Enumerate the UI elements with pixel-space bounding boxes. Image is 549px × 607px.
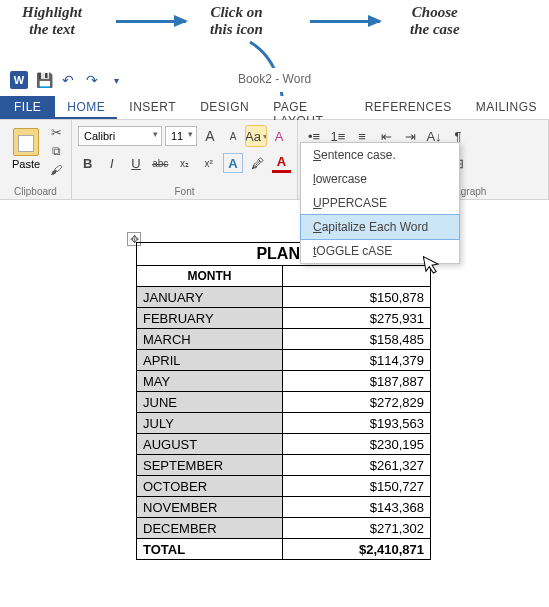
table-row: FEBRUARY$275,931	[137, 308, 431, 329]
table-row: NOVEMBER$143,368	[137, 497, 431, 518]
case-capitalize-each-word[interactable]: Capitalize Each Word	[301, 215, 459, 239]
ribbon: Paste ✂ ⧉ 🖌 Clipboard Calibri 11 A A Aa …	[0, 120, 549, 200]
word-app-icon: W	[10, 71, 28, 89]
save-button[interactable]: 💾	[36, 72, 52, 88]
cell-value[interactable]: $261,327	[283, 455, 431, 476]
cell-value[interactable]: $150,878	[283, 287, 431, 308]
redo-button[interactable]: ↷	[84, 72, 100, 88]
cell-month[interactable]: MAY	[137, 371, 283, 392]
group-label-clipboard: Clipboard	[0, 186, 71, 197]
cell-month[interactable]: SEPTEMBER	[137, 455, 283, 476]
cut-button[interactable]: ✂	[47, 124, 65, 140]
annot-click: Click on this icon	[210, 4, 263, 37]
paste-icon	[13, 128, 39, 156]
tab-insert[interactable]: INSERT	[117, 96, 188, 119]
cell-month[interactable]: FEBRUARY	[137, 308, 283, 329]
document-canvas[interactable]: ✥ PLANE MONTH JANUARY$150,878FEBRUARY$27…	[0, 210, 549, 607]
cell-value[interactable]: $114,379	[283, 350, 431, 371]
underline-button[interactable]: U	[126, 153, 145, 173]
font-size-combo[interactable]: 11	[165, 126, 197, 146]
ribbon-tabs: FILE HOME INSERT DESIGN PAGE LAYOUT REFE…	[0, 96, 549, 120]
paste-button[interactable]: Paste	[6, 124, 46, 170]
table-row: MARCH$158,485	[137, 329, 431, 350]
data-table[interactable]: PLANE MONTH JANUARY$150,878FEBRUARY$275,…	[136, 242, 431, 560]
case-lowercase[interactable]: lowercase	[301, 167, 459, 191]
cell-value[interactable]: $150,727	[283, 476, 431, 497]
case-sentence[interactable]: Sentence case.	[301, 143, 459, 167]
tab-file[interactable]: FILE	[0, 96, 55, 119]
change-case-menu: Sentence case. lowercase UPPERCASE Capit…	[300, 142, 460, 264]
cell-month[interactable]: JULY	[137, 413, 283, 434]
cell-month[interactable]: OCTOBER	[137, 476, 283, 497]
table-row: AUGUST$230,195	[137, 434, 431, 455]
change-case-button[interactable]: Aa	[246, 126, 266, 146]
table-row: JULY$193,563	[137, 413, 431, 434]
table-row: SEPTEMBER$261,327	[137, 455, 431, 476]
arrow1-icon	[116, 20, 186, 23]
cell-month[interactable]: NOVEMBER	[137, 497, 283, 518]
cell-month[interactable]: AUGUST	[137, 434, 283, 455]
cell-value[interactable]: $271,302	[283, 518, 431, 539]
tab-mailings[interactable]: MAILINGS	[464, 96, 549, 119]
cell-value[interactable]: $143,368	[283, 497, 431, 518]
subscript-button[interactable]: x₂	[175, 153, 194, 173]
table-row: JANUARY$150,878	[137, 287, 431, 308]
italic-button[interactable]: I	[102, 153, 121, 173]
shrink-font-button[interactable]: A	[223, 126, 243, 146]
cell-value[interactable]: $187,887	[283, 371, 431, 392]
document-title: Book2 - Word	[238, 72, 311, 86]
group-label-font: Font	[72, 186, 297, 197]
annot-highlight: Highlight the text	[22, 4, 82, 37]
tab-references[interactable]: REFERENCES	[353, 96, 464, 119]
annot-choose: Choose the case	[410, 4, 460, 37]
cell-month[interactable]: MARCH	[137, 329, 283, 350]
group-clipboard: Paste ✂ ⧉ 🖌 Clipboard	[0, 120, 72, 199]
strikethrough-button[interactable]: abc	[151, 153, 170, 173]
case-uppercase[interactable]: UPPERCASE	[301, 191, 459, 215]
tab-page-layout[interactable]: PAGE LAYOUT	[261, 96, 352, 119]
undo-button[interactable]: ↶	[60, 72, 76, 88]
font-name-combo[interactable]: Calibri	[78, 126, 162, 146]
cell-month[interactable]: DECEMBER	[137, 518, 283, 539]
grow-font-button[interactable]: A	[200, 126, 220, 146]
format-painter-button[interactable]: 🖌	[47, 162, 65, 178]
cell-value[interactable]: $158,485	[283, 329, 431, 350]
total-value: $2,410,871	[283, 539, 431, 560]
bold-button[interactable]: B	[78, 153, 97, 173]
cell-value[interactable]: $275,931	[283, 308, 431, 329]
table-row: APRIL$114,379	[137, 350, 431, 371]
clear-formatting-button[interactable]: A	[269, 126, 289, 146]
cell-month[interactable]: JANUARY	[137, 287, 283, 308]
cell-value[interactable]: $193,563	[283, 413, 431, 434]
copy-button[interactable]: ⧉	[47, 143, 65, 159]
table-row: OCTOBER$150,727	[137, 476, 431, 497]
cell-value[interactable]: $230,195	[283, 434, 431, 455]
table-row: DECEMBER$271,302	[137, 518, 431, 539]
table-row: JUNE$272,829	[137, 392, 431, 413]
font-color-button[interactable]: A	[272, 153, 291, 173]
table-row: MAY$187,887	[137, 371, 431, 392]
col-header-month: MONTH	[137, 266, 283, 287]
qat-customize-button[interactable]: ▾	[108, 72, 124, 88]
col-header-value	[283, 266, 431, 287]
cell-month[interactable]: APRIL	[137, 350, 283, 371]
highlight-button[interactable]: 🖉	[248, 153, 267, 173]
arrow2-icon	[310, 20, 380, 23]
total-label: TOTAL	[137, 539, 283, 560]
group-font: Calibri 11 A A Aa A B I U abc x₂ x² A 🖉 …	[72, 120, 298, 199]
tab-home[interactable]: HOME	[55, 96, 117, 119]
paste-label: Paste	[12, 158, 40, 170]
cell-month[interactable]: JUNE	[137, 392, 283, 413]
superscript-button[interactable]: x²	[199, 153, 218, 173]
cell-value[interactable]: $272,829	[283, 392, 431, 413]
tab-design[interactable]: DESIGN	[188, 96, 261, 119]
text-effects-button[interactable]: A	[223, 153, 242, 173]
cursor-icon	[422, 253, 444, 278]
